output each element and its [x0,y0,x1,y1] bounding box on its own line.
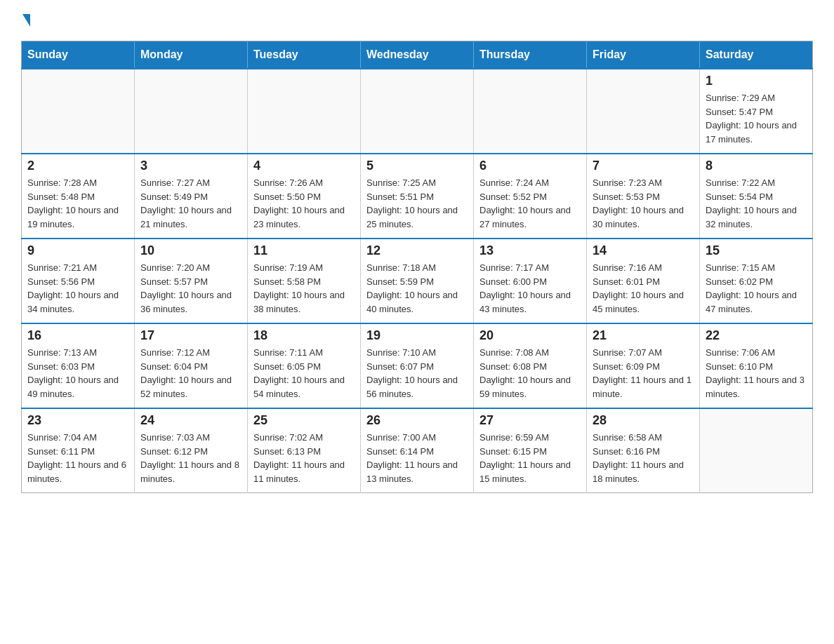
day-number: 3 [140,159,241,173]
day-info: Sunrise: 7:10 AM Sunset: 6:07 PM Dayligh… [366,346,468,401]
day-info: Sunrise: 7:27 AM Sunset: 5:49 PM Dayligh… [140,176,241,231]
calendar-cell: 11Sunrise: 7:19 AM Sunset: 5:58 PM Dayli… [248,239,361,323]
calendar-cell: 23Sunrise: 7:04 AM Sunset: 6:11 PM Dayli… [22,408,135,493]
logo [21,14,30,27]
day-info: Sunrise: 7:23 AM Sunset: 5:53 PM Dayligh… [593,176,694,231]
logo-triangle-icon [22,14,30,27]
calendar-cell: 2Sunrise: 7:28 AM Sunset: 5:48 PM Daylig… [22,154,135,239]
day-number: 5 [366,159,468,173]
calendar-cell [248,69,361,154]
day-header-wednesday: Wednesday [361,41,474,69]
day-info: Sunrise: 7:13 AM Sunset: 6:03 PM Dayligh… [27,346,128,401]
day-number: 15 [706,243,807,258]
calendar-cell: 7Sunrise: 7:23 AM Sunset: 5:53 PM Daylig… [587,154,700,239]
day-number: 28 [593,413,694,428]
day-number: 14 [593,243,694,258]
calendar-cell: 25Sunrise: 7:02 AM Sunset: 6:13 PM Dayli… [248,408,361,493]
day-info: Sunrise: 7:03 AM Sunset: 6:12 PM Dayligh… [140,431,241,485]
day-number: 7 [593,159,694,173]
calendar-week-row: 2Sunrise: 7:28 AM Sunset: 5:48 PM Daylig… [22,154,813,239]
day-info: Sunrise: 7:20 AM Sunset: 5:57 PM Dayligh… [140,261,241,316]
day-header-monday: Monday [135,41,248,69]
calendar-table: SundayMondayTuesdayWednesdayThursdayFrid… [21,41,813,493]
calendar-cell: 18Sunrise: 7:11 AM Sunset: 6:05 PM Dayli… [248,323,361,408]
calendar-cell: 22Sunrise: 7:06 AM Sunset: 6:10 PM Dayli… [700,323,813,408]
day-number: 16 [27,328,128,343]
day-info: Sunrise: 6:58 AM Sunset: 6:16 PM Dayligh… [593,431,694,485]
day-info: Sunrise: 7:02 AM Sunset: 6:13 PM Dayligh… [253,431,355,485]
day-info: Sunrise: 7:24 AM Sunset: 5:52 PM Dayligh… [479,176,581,231]
calendar-cell: 10Sunrise: 7:20 AM Sunset: 5:57 PM Dayli… [135,239,248,323]
calendar-cell: 5Sunrise: 7:25 AM Sunset: 5:51 PM Daylig… [361,154,474,239]
day-info: Sunrise: 7:08 AM Sunset: 6:08 PM Dayligh… [479,346,581,401]
day-number: 27 [479,413,581,428]
day-info: Sunrise: 7:16 AM Sunset: 6:01 PM Dayligh… [593,261,694,316]
calendar-cell: 26Sunrise: 7:00 AM Sunset: 6:14 PM Dayli… [361,408,474,493]
day-header-thursday: Thursday [474,41,587,69]
calendar-week-row: 1Sunrise: 7:29 AM Sunset: 5:47 PM Daylig… [22,69,813,154]
calendar-cell: 13Sunrise: 7:17 AM Sunset: 6:00 PM Dayli… [474,239,587,323]
day-number: 8 [706,159,807,173]
day-number: 9 [27,243,128,258]
calendar-week-row: 16Sunrise: 7:13 AM Sunset: 6:03 PM Dayli… [22,323,813,408]
calendar-cell [135,69,248,154]
day-header-saturday: Saturday [700,41,813,69]
day-info: Sunrise: 7:11 AM Sunset: 6:05 PM Dayligh… [253,346,355,401]
day-info: Sunrise: 7:25 AM Sunset: 5:51 PM Dayligh… [366,176,468,231]
day-header-tuesday: Tuesday [248,41,361,69]
calendar-cell: 3Sunrise: 7:27 AM Sunset: 5:49 PM Daylig… [135,154,248,239]
calendar-cell: 1Sunrise: 7:29 AM Sunset: 5:47 PM Daylig… [700,69,813,154]
day-number: 19 [366,328,468,343]
calendar-cell: 17Sunrise: 7:12 AM Sunset: 6:04 PM Dayli… [135,323,248,408]
calendar-cell: 16Sunrise: 7:13 AM Sunset: 6:03 PM Dayli… [22,323,135,408]
day-info: Sunrise: 7:22 AM Sunset: 5:54 PM Dayligh… [706,176,807,231]
day-number: 23 [27,413,128,428]
calendar-cell: 6Sunrise: 7:24 AM Sunset: 5:52 PM Daylig… [474,154,587,239]
day-info: Sunrise: 7:04 AM Sunset: 6:11 PM Dayligh… [27,431,128,485]
day-number: 2 [27,159,128,173]
calendar-cell: 19Sunrise: 7:10 AM Sunset: 6:07 PM Dayli… [361,323,474,408]
day-info: Sunrise: 7:15 AM Sunset: 6:02 PM Dayligh… [706,261,807,316]
day-number: 20 [479,328,581,343]
day-number: 24 [140,413,241,428]
day-info: Sunrise: 7:28 AM Sunset: 5:48 PM Dayligh… [27,176,128,231]
day-info: Sunrise: 7:18 AM Sunset: 5:59 PM Dayligh… [366,261,468,316]
calendar-cell [700,408,813,493]
day-number: 17 [140,328,241,343]
day-number: 10 [140,243,241,258]
day-info: Sunrise: 7:21 AM Sunset: 5:56 PM Dayligh… [27,261,128,316]
day-header-friday: Friday [587,41,700,69]
day-info: Sunrise: 7:26 AM Sunset: 5:50 PM Dayligh… [253,176,355,231]
day-number: 22 [706,328,807,343]
day-number: 21 [593,328,694,343]
day-number: 4 [253,159,355,173]
day-number: 13 [479,243,581,258]
day-number: 6 [479,159,581,173]
day-info: Sunrise: 7:06 AM Sunset: 6:10 PM Dayligh… [706,346,807,401]
day-number: 11 [253,243,355,258]
day-info: Sunrise: 6:59 AM Sunset: 6:15 PM Dayligh… [479,431,581,485]
day-number: 26 [366,413,468,428]
day-header-sunday: Sunday [22,41,135,69]
calendar-cell: 15Sunrise: 7:15 AM Sunset: 6:02 PM Dayli… [700,239,813,323]
day-number: 12 [366,243,468,258]
day-info: Sunrise: 7:19 AM Sunset: 5:58 PM Dayligh… [253,261,355,316]
calendar-cell: 4Sunrise: 7:26 AM Sunset: 5:50 PM Daylig… [248,154,361,239]
day-number: 18 [253,328,355,343]
calendar-cell [361,69,474,154]
day-number: 25 [253,413,355,428]
calendar-cell: 27Sunrise: 6:59 AM Sunset: 6:15 PM Dayli… [474,408,587,493]
day-info: Sunrise: 7:29 AM Sunset: 5:47 PM Dayligh… [706,91,807,146]
calendar-cell: 28Sunrise: 6:58 AM Sunset: 6:16 PM Dayli… [587,408,700,493]
calendar-cell: 21Sunrise: 7:07 AM Sunset: 6:09 PM Dayli… [587,323,700,408]
calendar-cell [474,69,587,154]
day-info: Sunrise: 7:12 AM Sunset: 6:04 PM Dayligh… [140,346,241,401]
calendar-cell: 12Sunrise: 7:18 AM Sunset: 5:59 PM Dayli… [361,239,474,323]
day-info: Sunrise: 7:00 AM Sunset: 6:14 PM Dayligh… [366,431,468,485]
calendar-cell [22,69,135,154]
page-header [21,14,813,27]
day-info: Sunrise: 7:07 AM Sunset: 6:09 PM Dayligh… [593,346,694,401]
calendar-week-row: 23Sunrise: 7:04 AM Sunset: 6:11 PM Dayli… [22,408,813,493]
calendar-cell: 8Sunrise: 7:22 AM Sunset: 5:54 PM Daylig… [700,154,813,239]
calendar-cell: 20Sunrise: 7:08 AM Sunset: 6:08 PM Dayli… [474,323,587,408]
